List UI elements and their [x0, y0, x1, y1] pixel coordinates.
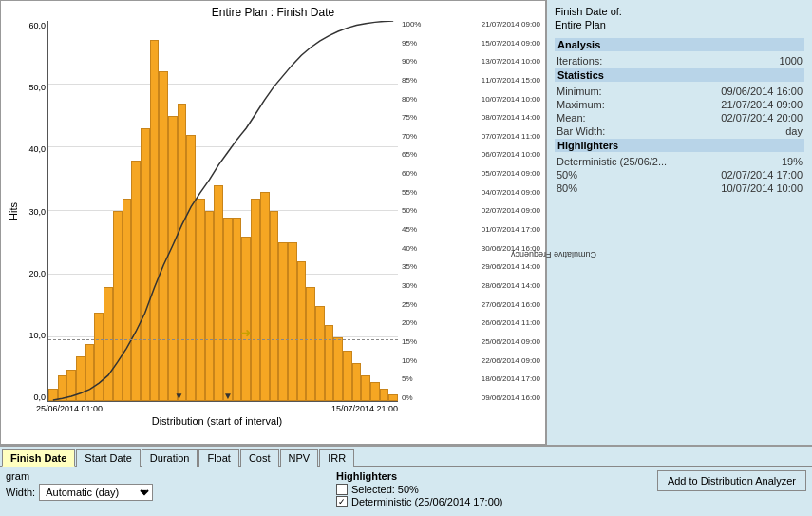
bar-2	[66, 370, 76, 401]
right-pct-11: 45%	[402, 226, 428, 234]
gram-label: gram	[6, 470, 327, 482]
bar-8	[123, 199, 132, 401]
deterministic-checkbox[interactable]	[336, 496, 348, 507]
bar-28	[306, 287, 315, 401]
eighty-pct-row: 80% 10/07/2014 10:00	[555, 182, 804, 194]
tab-npv[interactable]: NPV	[280, 449, 319, 467]
right-label-5: 75%08/07/2014 14:00	[402, 114, 540, 122]
bar-9	[131, 161, 141, 401]
bar-5	[94, 313, 104, 401]
selected-50-label: Selected: 50%	[351, 484, 419, 495]
iterations-label: Iterations:	[557, 55, 602, 67]
right-date-4: 10/07/2014 10:00	[482, 96, 540, 104]
bar-20	[233, 218, 242, 401]
chart-title: Entire Plan : Finish Date	[6, 6, 540, 19]
right-date-6: 07/07/2014 11:00	[482, 133, 540, 141]
bar-22	[251, 199, 260, 401]
bar-35	[370, 382, 380, 401]
bar-30	[325, 325, 334, 401]
tab-duration[interactable]: Duration	[142, 449, 198, 467]
bar-16	[196, 199, 205, 401]
tab-cost[interactable]: Cost	[240, 449, 279, 467]
right-label-11: 45%01/07/2014 17:00	[402, 226, 540, 234]
tab-finish-date[interactable]: Finish Date	[2, 449, 75, 467]
chart-area: Entire Plan : Finish Date Hits 0,0 10,0 …	[0, 0, 546, 445]
right-pct-8: 60%	[402, 170, 428, 178]
mean-row: Mean: 02/07/2014 20:00	[555, 112, 804, 124]
bar-1	[58, 375, 67, 401]
right-date-14: 28/06/2014 14:00	[482, 282, 540, 290]
right-pct-14: 30%	[402, 282, 428, 290]
add-to-distribution-analyzer-button[interactable]: Add to Distribution Analyzer	[657, 470, 806, 491]
fifty-pct-row: 50% 02/07/2014 17:00	[555, 169, 804, 181]
right-date-19: 18/06/2014 17:00	[482, 375, 540, 383]
width-select[interactable]: Automatic (day)	[39, 484, 153, 501]
x-label-left: 25/06/2014 01:00	[36, 404, 103, 413]
right-pct-15: 25%	[402, 301, 428, 309]
right-pct-4: 80%	[402, 96, 428, 104]
right-label-7: 65%06/07/2014 10:00	[402, 151, 540, 159]
bar-7	[113, 211, 123, 401]
highlighters-bottom-label: Highlighters	[336, 470, 657, 482]
bar-14	[178, 104, 187, 401]
bar-width-label: Bar Width:	[557, 125, 605, 137]
right-label-1: 95%15/07/2014 09:00	[402, 40, 540, 48]
right-label-6: 70%07/07/2014 11:00	[402, 133, 540, 141]
finish-date-of-label: Finish Date of:	[555, 6, 804, 17]
tabs-bar: Finish Date Start Date Duration Float Co…	[0, 447, 812, 467]
tab-irr[interactable]: IRR	[319, 449, 354, 467]
bar-29	[315, 306, 325, 401]
bar-31	[333, 337, 343, 401]
right-pct-17: 15%	[402, 338, 428, 346]
bottom-section: Finish Date Start Date Duration Float Co…	[0, 445, 812, 516]
tab-start-date[interactable]: Start Date	[76, 449, 141, 467]
right-label-0: 100%21/07/2014 09:00	[402, 21, 540, 29]
minimum-value: 09/06/2014 16:00	[721, 86, 803, 97]
bar-width-row: Bar Width: day	[555, 125, 804, 137]
right-date-8: 05/07/2014 09:00	[482, 170, 540, 178]
y-tick-20: 20,0	[21, 269, 46, 278]
right-date-16: 26/06/2014 11:00	[482, 319, 540, 327]
minimum-label: Minimum:	[557, 86, 602, 97]
bar-25	[278, 242, 288, 401]
x-axis-labels: 25/06/2014 01:00 15/07/2014 21:00	[6, 404, 540, 413]
deterministic-row: Deterministic (25/06/2... 19%	[555, 156, 804, 167]
bar-34	[361, 375, 370, 401]
selected-50-checkbox[interactable]	[336, 484, 348, 495]
bottom-content: gram Width: Automatic (day) ▼ Highlighte…	[0, 467, 812, 516]
bar-17	[205, 211, 215, 401]
side-panel: Finish Date of: Entire Plan Analysis Ite…	[546, 0, 812, 445]
bar-10	[141, 128, 150, 401]
right-date-15: 27/06/2014 16:00	[482, 301, 540, 309]
right-label-10: 50%02/07/2014 09:00	[402, 207, 540, 215]
bar-0	[48, 389, 58, 401]
top-section: Entire Plan : Finish Date Hits 0,0 10,0 …	[0, 0, 812, 445]
right-pct-9: 55%	[402, 189, 428, 197]
bar-18	[214, 185, 223, 401]
highlighters-header: Highlighters	[555, 139, 804, 152]
x-axis-title: Distribution (start of interval)	[6, 415, 540, 427]
fifty-pct-value: 02/07/2014 17:00	[721, 169, 803, 181]
analysis-header: Analysis	[555, 38, 804, 51]
right-label-19: 5%18/06/2014 17:00	[402, 375, 540, 383]
right-label-16: 20%26/06/2014 11:00	[402, 319, 540, 327]
right-pct-10: 50%	[402, 207, 428, 215]
right-date-7: 06/07/2014 10:00	[482, 151, 540, 159]
bar-6	[104, 287, 113, 401]
y-axis-label: Hits	[6, 21, 21, 402]
bar-26	[288, 242, 297, 401]
right-label-14: 30%28/06/2014 14:00	[402, 282, 540, 290]
bar-33	[352, 363, 362, 401]
fifty-pct-label: 50%	[557, 169, 577, 181]
finish-date-of-value: Entire Plan	[555, 19, 804, 30]
selected-50-row: Selected: 50%	[336, 484, 657, 495]
width-row: Width: Automatic (day) ▼	[6, 484, 327, 501]
bar-21	[241, 237, 251, 401]
bar-12	[159, 71, 168, 401]
maximum-value: 21/07/2014 09:00	[721, 99, 803, 110]
deterministic-bottom-label: Deterministic (25/06/2014 17:00)	[351, 496, 503, 507]
right-pct-7: 65%	[402, 151, 428, 159]
right-date-3: 11/07/2014 15:00	[482, 77, 540, 85]
iterations-row: Iterations: 1000	[555, 55, 804, 67]
tab-float[interactable]: Float	[198, 449, 238, 467]
